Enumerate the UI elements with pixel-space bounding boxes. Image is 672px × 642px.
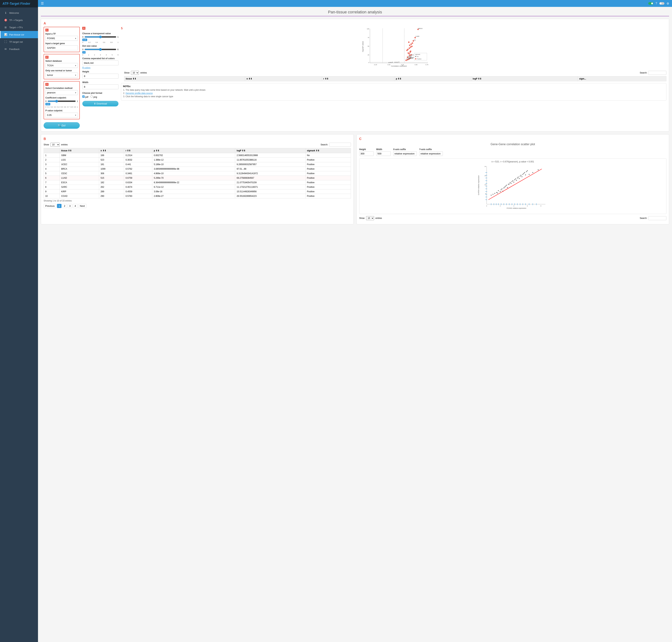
dot-sarc[interactable] (409, 48, 410, 49)
dot-lihc[interactable] (407, 49, 409, 50)
method-select-wrap[interactable]: pearson spearman kendall (45, 90, 78, 95)
xsuffix-config-input[interactable] (393, 151, 417, 156)
xsuffix-config: X-axis suffix (393, 148, 417, 156)
col-tissue[interactable]: tissue ⬆⬇ (124, 76, 245, 81)
coeff-slider[interactable] (48, 100, 76, 103)
toggle1[interactable] (648, 2, 654, 5)
next-button-b[interactable]: Next (78, 204, 87, 208)
height-config-input[interactable] (359, 151, 374, 156)
sidebar-item-tf-net[interactable]: ⛶ TF-target net (0, 38, 38, 46)
sidebar-item-pan-tissue[interactable]: 📊 Pan-tissue cor (0, 31, 38, 38)
width-input[interactable] (82, 85, 118, 89)
table-row[interactable]: 4 BRCA 1099 0.5762 3.0859999999999999e-9… (44, 167, 351, 171)
sidebar-item-label: Pan-tissue cor (9, 33, 24, 36)
go-button[interactable]: 🔍 Go! (43, 122, 80, 129)
dot-ucec[interactable] (398, 62, 399, 63)
dot-cesc2[interactable] (409, 44, 410, 46)
show-select-c[interactable]: 102550 (366, 216, 374, 220)
table-row[interactable]: 9 KIRP 289 0.4559 3.08e-16 15.5114492834… (44, 189, 351, 194)
search-input-c[interactable] (648, 216, 667, 220)
table-row[interactable]: 7 ESCA 182 0.6334 8.3649999999999999e-22… (44, 180, 351, 185)
page-2-b[interactable]: 2 (62, 204, 67, 208)
pdf-checkbox[interactable] (82, 95, 85, 98)
sidebar-item-target-tfs[interactable]: ⊞ Target-->TFs (0, 24, 38, 31)
toggle2[interactable] (659, 2, 664, 5)
sidebar-item-tf-targets[interactable]: 🎯 TF-->Targets (0, 16, 38, 24)
dot-luad[interactable] (414, 37, 416, 38)
height-input[interactable] (82, 74, 118, 79)
col-logp[interactable]: logP ⬆⬇ (471, 76, 578, 81)
tf-input[interactable] (45, 36, 78, 41)
page-1-b[interactable]: 1 (57, 204, 62, 208)
col-p[interactable]: p ⬆⬇ (394, 76, 471, 81)
pval-select-wrap[interactable]: 0.05 0.01 0.001 (45, 113, 78, 117)
dot-meso[interactable] (394, 62, 395, 63)
dot-kirp[interactable] (410, 46, 411, 48)
method-select[interactable]: pearson spearman kendall (45, 90, 78, 95)
dotsize-slider[interactable] (84, 48, 116, 51)
pdf-option[interactable]: pdf (82, 95, 88, 98)
pval-select[interactable]: 0.05 0.01 0.001 (45, 113, 78, 117)
table-row[interactable]: 5 CESC 306 0.3461 4.868e-10 9.3126494304… (44, 171, 351, 176)
norm-select-wrap[interactable]: tumor normal both (45, 73, 78, 77)
dot-ucec2[interactable] (411, 46, 413, 47)
show-select-b[interactable]: 102550100 (51, 143, 60, 147)
cell-num: 2 (44, 158, 60, 162)
dot-uvm[interactable] (392, 62, 393, 63)
dot-acc[interactable] (390, 62, 391, 63)
target-input[interactable] (45, 46, 78, 50)
scatter-config: Height Width X-axis suffix Y-axis suffix (359, 148, 667, 156)
col-b-tissue[interactable]: tissue ⬆⬇ (60, 148, 99, 153)
sidebar-item-feedback[interactable]: ✉ Feedback (0, 46, 38, 53)
genomic-link[interactable]: Genomic profile data source (126, 92, 153, 94)
page-4-b[interactable]: 4 (73, 204, 77, 208)
col-n[interactable]: n ⬆⬇ (245, 76, 322, 81)
dot-kirc[interactable] (405, 60, 407, 61)
col-b-r[interactable]: r ⬆⬇ (124, 148, 152, 153)
dot-thym[interactable] (410, 43, 412, 45)
search-input-b[interactable] (329, 143, 351, 147)
prev-button-b[interactable]: Previous (43, 204, 56, 208)
sidebar-item-welcome[interactable]: ℹ Welcome (0, 9, 38, 16)
dot-ucs[interactable] (391, 62, 392, 63)
search-input-mini[interactable] (648, 71, 667, 75)
dot-esca[interactable] (410, 51, 411, 52)
table-row[interactable]: 6 LUAD 515 0.6759 5.299e-70 69.275806084… (44, 176, 351, 180)
note-2[interactable]: Genomic profile data source (126, 92, 664, 94)
col-r[interactable]: r ⬆⬇ (322, 76, 394, 81)
db-select[interactable]: TCGA GTEx (45, 63, 78, 68)
page-3-b[interactable]: 3 (68, 204, 72, 208)
menu-button[interactable]: ☰ (41, 1, 44, 5)
cell-tissue: LGG (60, 158, 99, 162)
col-b-n[interactable]: n ⬆⬇ (99, 148, 124, 153)
table-row[interactable]: 10 COAD 290 0.5783 2.808e-27 26.55160289… (44, 194, 351, 198)
colors-input[interactable] (82, 61, 118, 65)
png-radio[interactable] (90, 95, 93, 98)
settings-icon[interactable]: ⚙ (667, 2, 669, 5)
transparent-slider[interactable] (84, 36, 116, 38)
col-b-p[interactable]: p ⬆⬇ (152, 148, 235, 153)
png-option[interactable]: png (90, 95, 97, 98)
dot-kich[interactable] (388, 62, 390, 63)
table-row[interactable]: 8 SARC 262 0.4074 6.711e-12 11.173212761… (44, 185, 351, 189)
dot-gbm[interactable] (397, 62, 398, 63)
col-b-logp[interactable]: logP ⬆⬇ (235, 148, 305, 153)
db-select-wrap[interactable]: TCGA GTEx (45, 63, 78, 68)
table-row[interactable]: 3 UCEC 181 0.441 5.188e-10 9.28500003258… (44, 162, 351, 167)
dot-cesc[interactable] (396, 62, 397, 63)
download-button[interactable]: ⬇ Download (82, 101, 118, 106)
dot-tgct[interactable] (412, 42, 413, 44)
table-row[interactable]: 2 LGG 523 0.3032 1.388e-12 11.8576105338… (44, 158, 351, 162)
help-button[interactable]: ? (656, 2, 657, 5)
width-config-input[interactable] (376, 151, 391, 156)
show-select-mini[interactable]: 102550 (131, 71, 139, 75)
table-row[interactable]: 1 GBM 166 0.2314 0.002702 2.568314655331… (44, 153, 351, 158)
dot-pcpg[interactable] (408, 41, 410, 43)
legend-no-dot (415, 56, 416, 57)
col-sigmark[interactable]: sigm... (578, 76, 666, 81)
norm-select[interactable]: tumor normal both (45, 73, 78, 77)
ysuffix-config-input[interactable] (419, 151, 443, 156)
col-b-sigmark[interactable]: sigmark ⬆⬇ (305, 148, 351, 153)
dot-prad[interactable] (408, 52, 409, 54)
rcolors-link[interactable]: R-colors (82, 66, 118, 69)
